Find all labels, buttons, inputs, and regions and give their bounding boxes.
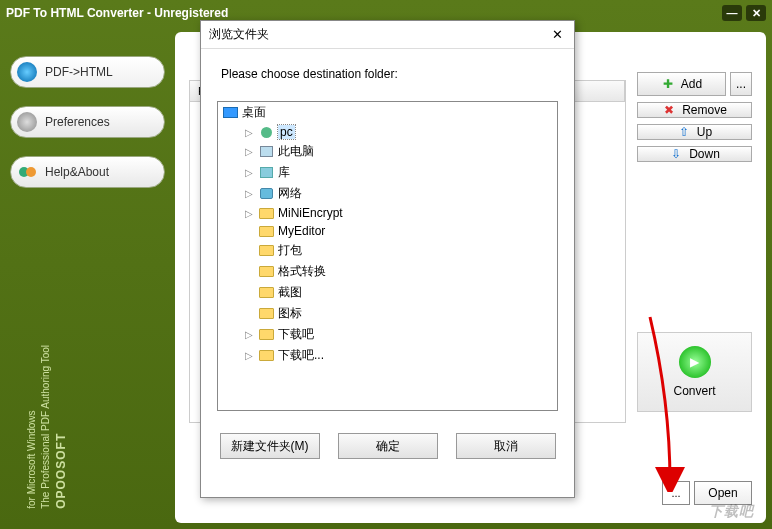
expand-icon[interactable]: ▷	[244, 127, 254, 138]
play-icon: ▶	[679, 346, 711, 378]
dialog-instruction: Please choose destination folder:	[201, 49, 574, 91]
tree-label: 网络	[278, 185, 302, 202]
tree-item[interactable]: 图标	[218, 303, 557, 324]
sidebar-item-preferences[interactable]: Preferences	[10, 106, 165, 138]
open-row: ... Open	[662, 481, 752, 505]
tree-label: 格式转换	[278, 263, 326, 280]
net-icon	[258, 187, 274, 201]
dialog-close-button[interactable]: ✕	[548, 26, 566, 44]
browse-folder-dialog: 浏览文件夹 ✕ Please choose destination folder…	[200, 20, 575, 498]
sidebar-item-label: PDF->HTML	[45, 65, 113, 79]
button-label: Remove	[682, 103, 727, 117]
folder-icon	[258, 224, 274, 238]
tree-item[interactable]: ▷库	[218, 162, 557, 183]
folder-icon	[258, 244, 274, 258]
convert-button[interactable]: ▶ Convert	[637, 332, 752, 412]
tree-item[interactable]: ▷此电脑	[218, 141, 557, 162]
close-button[interactable]: ✕	[746, 5, 766, 21]
remove-button[interactable]: ✖ Remove	[637, 102, 752, 118]
tree-label: 下载吧	[278, 326, 314, 343]
tree-label: 库	[278, 164, 290, 181]
sidebar-item-help-about[interactable]: Help&About	[10, 156, 165, 188]
plus-icon: ✚	[661, 77, 675, 91]
dialog-buttons: 新建文件夹(M) 确定 取消	[201, 421, 574, 471]
button-label: Down	[689, 147, 720, 161]
dialog-title: 浏览文件夹	[209, 26, 269, 43]
tree-item[interactable]: ▷下载吧	[218, 324, 557, 345]
brand-text: for Microsoft Windows The Professional P…	[25, 345, 70, 509]
browse-output-button[interactable]: ...	[662, 481, 690, 505]
tree-label: pc	[278, 125, 295, 139]
expand-icon[interactable]: ▷	[244, 350, 254, 361]
cancel-button[interactable]: 取消	[456, 433, 556, 459]
expand-icon[interactable]: ▷	[244, 146, 254, 157]
window-controls: — ✕	[722, 5, 766, 21]
add-button[interactable]: ✚ Add	[637, 72, 726, 96]
tree-label: MyEditor	[278, 224, 325, 238]
tree-label: 图标	[278, 305, 302, 322]
globe-icon	[17, 62, 37, 82]
tree-item[interactable]: ▷网络	[218, 183, 557, 204]
tree-item[interactable]: 截图	[218, 282, 557, 303]
up-button[interactable]: ⇧ Up	[637, 124, 752, 140]
sidebar-item-pdf-html[interactable]: PDF->HTML	[10, 56, 165, 88]
tree-item[interactable]: ▷pc	[218, 123, 557, 141]
folder-icon	[258, 307, 274, 321]
folder-icon	[258, 349, 274, 363]
tree-item[interactable]: 打包	[218, 240, 557, 261]
open-button[interactable]: Open	[694, 481, 752, 505]
tree-item[interactable]: 格式转换	[218, 261, 557, 282]
button-label: Up	[697, 125, 712, 139]
window-title: PDF To HTML Converter - Unregistered	[6, 6, 228, 20]
expand-icon[interactable]: ▷	[244, 167, 254, 178]
expand-icon[interactable]: ▷	[244, 208, 254, 219]
down-arrow-icon: ⇩	[669, 147, 683, 161]
ok-button[interactable]: 确定	[338, 433, 438, 459]
tree-item[interactable]: ▷MiNiEncrypt	[218, 204, 557, 222]
folder-icon	[258, 206, 274, 220]
pc-icon	[258, 145, 274, 159]
minimize-button[interactable]: —	[722, 5, 742, 21]
sidebar-item-label: Help&About	[45, 165, 109, 179]
dialog-titlebar: 浏览文件夹 ✕	[201, 21, 574, 49]
brand-tagline: The Professional PDF Authoring Tool	[39, 345, 53, 509]
brand-tagline: for Microsoft Windows	[25, 345, 39, 509]
brand-name: OPOOSOFT	[53, 345, 70, 509]
folder-tree[interactable]: 桌面 ▷pc▷此电脑▷库▷网络▷MiNiEncryptMyEditor打包格式转…	[217, 101, 558, 411]
desktop-icon	[222, 106, 238, 120]
tree-item[interactable]: MyEditor	[218, 222, 557, 240]
tree-label: MiNiEncrypt	[278, 206, 343, 220]
folder-icon	[258, 328, 274, 342]
lib-icon	[258, 166, 274, 180]
button-label: Convert	[673, 384, 715, 398]
expand-icon[interactable]: ▷	[244, 188, 254, 199]
up-arrow-icon: ⇧	[677, 125, 691, 139]
tree-label: 打包	[278, 242, 302, 259]
sidebar-item-label: Preferences	[45, 115, 110, 129]
folder-icon	[258, 265, 274, 279]
add-more-button[interactable]: ...	[730, 72, 752, 96]
down-button[interactable]: ⇩ Down	[637, 146, 752, 162]
button-label: Add	[681, 77, 702, 91]
expand-icon[interactable]: ▷	[244, 329, 254, 340]
user-icon	[258, 125, 274, 139]
gear-icon	[17, 112, 37, 132]
tree-label: 桌面	[242, 104, 266, 121]
tree-item[interactable]: ▷下载吧...	[218, 345, 557, 366]
folder-icon	[258, 286, 274, 300]
action-buttons: ✚ Add ... ✖ Remove ⇧ Up ⇩ Down	[637, 72, 752, 162]
people-icon	[17, 162, 37, 182]
x-icon: ✖	[662, 103, 676, 117]
tree-label: 此电脑	[278, 143, 314, 160]
tree-label: 截图	[278, 284, 302, 301]
sidebar: PDF->HTML Preferences Help&About for Mic…	[0, 26, 175, 529]
tree-label: 下载吧...	[278, 347, 324, 364]
tree-root[interactable]: 桌面	[218, 102, 557, 123]
new-folder-button[interactable]: 新建文件夹(M)	[220, 433, 320, 459]
